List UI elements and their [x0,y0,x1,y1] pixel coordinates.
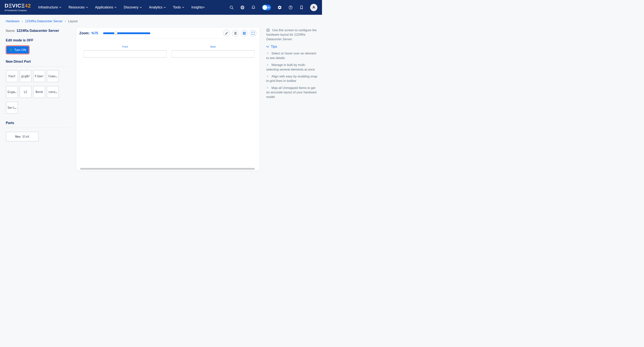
brand-wordmark: DΞVICΞ42 [4,3,31,8]
tip-item: Select or hover over an element to see d… [266,51,318,60]
grid-view-button[interactable] [241,30,248,36]
port-tile-giga[interactable]: Giga… [6,86,18,98]
edit-pencil-button[interactable] [223,30,230,36]
triangle-bullet-icon [266,75,268,77]
tip-item: Map all Unmapped Items to get an accurat… [266,86,318,99]
horizontal-scrollbar[interactable] [80,168,255,170]
help-icon[interactable] [288,5,293,10]
zoom-slider-track[interactable] [103,32,150,34]
back-panel-rect[interactable] [172,50,254,58]
port-tile-serial[interactable]: Seri… [6,102,18,114]
menu-discovery[interactable]: Discovery [124,5,142,10]
breadcrumb-separator: › [65,19,66,23]
layout-left-panel: Name:1224Ra Datacenter Server Edit mode … [6,28,71,142]
bookmark-icon[interactable] [299,5,304,10]
globe-icon[interactable] [240,5,245,10]
parts-heading: Parts [6,121,71,125]
canvas-body[interactable]: Front Back [76,39,260,170]
menu-insights[interactable]: Insights+ [191,5,205,10]
chevron-down-icon [266,46,269,48]
chevron-down-icon [114,7,116,8]
breadcrumb-device-link[interactable]: 1224Ra Datacenter Server [25,19,62,23]
breadcrumb-current: Layout [68,19,78,23]
front-panel-label: Front [84,46,166,48]
tips-section-toggle[interactable]: Tips [266,45,318,49]
fullscreen-icon [251,32,255,35]
delete-button[interactable] [232,30,239,36]
grid-icon [242,32,246,35]
port-tile-cons[interactable]: cons… [46,86,59,98]
search-icon[interactable] [229,5,234,10]
chevron-down-icon [86,7,88,8]
menu-applications[interactable]: Applications [95,5,116,10]
chevron-down-icon [164,7,166,8]
port-tile-bond[interactable]: Bond [33,86,46,98]
tip-item: Align with easy by enabling snap to grid… [266,74,318,83]
port-tile-coax[interactable]: Coax… [46,70,59,82]
port-tile-fast[interactable]: Fast [6,70,18,82]
brand-tagline: A Freshworks Company [4,10,31,12]
pencil-icon [225,32,228,35]
new-slot-tile[interactable]: New Slot [6,132,39,142]
menu-tools[interactable]: Tools [173,5,184,10]
layout-canvas-card: Zoom: %75 Front [76,28,260,170]
main-menu: Infrastructure Resources Applications Di… [38,5,205,10]
triangle-bullet-icon [266,64,268,66]
toggle-knob [262,5,267,10]
edit-mode-status: Edit mode is OFF [6,38,71,42]
triangle-bullet-icon [266,52,268,54]
menu-analytics[interactable]: Analytics [149,5,166,10]
theme-toggle[interactable] [262,4,271,10]
new-direct-port-heading: New Direct Port [6,60,71,64]
screen-intro-text: iUse this screen to configure the hardwa… [266,28,318,42]
settings-gear-icon[interactable] [277,5,282,10]
page-content: Name:1224Ra Datacenter Server Edit mode … [0,28,322,170]
name-label: Name: [6,29,15,32]
chevron-down-icon [182,7,184,8]
port-tile-gig0[interactable]: gig0/ [19,70,32,82]
zoom-label: Zoom: [79,31,90,35]
trash-icon [234,32,237,35]
tips-panel: iUse this screen to configure the hardwa… [266,28,318,99]
port-tile-fiber[interactable]: Fiber [33,70,46,82]
turn-on-button[interactable]: Turn ON [6,46,29,54]
canvas-toolbar: Zoom: %75 [79,28,256,39]
chevron-down-icon [59,7,61,8]
info-icon: i [266,28,270,32]
tip-item: Manage in bulk by multi-selecting severa… [266,63,318,72]
device-name-row: Name:1224Ra Datacenter Server [6,29,71,33]
breadcrumb: Hardware › 1224Ra Datacenter Server › La… [0,15,322,23]
power-icon [9,48,13,52]
fullscreen-button[interactable] [250,30,256,36]
sun-icon [267,6,270,9]
menu-resources[interactable]: Resources [68,5,88,10]
zoom-slider[interactable] [103,32,150,35]
notifications-bell-icon[interactable] [251,5,256,10]
nav-actions: A [229,4,318,11]
breadcrumb-separator: › [22,19,23,23]
breadcrumb-hardware-link[interactable]: Hardware [6,19,20,23]
zoom-slider-thumb[interactable] [114,32,118,35]
device42-logo[interactable]: DΞVICΞ42 A Freshworks Company [4,3,31,12]
direct-port-palette: Fast gig0/ Fiber Coax… Giga… LC Bond con… [6,70,71,114]
front-panel-rect[interactable] [84,50,166,58]
chevron-down-icon [140,7,142,8]
menu-infrastructure[interactable]: Infrastructure [38,5,61,10]
divider [6,66,68,66]
top-nav: DΞVICΞ42 A Freshworks Company Infrastruc… [0,0,322,15]
port-tile-lc[interactable]: LC [19,86,32,98]
triangle-bullet-icon [266,87,268,89]
zoom-value: %75 [91,31,98,35]
back-panel-label: Back [172,46,254,48]
user-avatar[interactable]: A [310,4,318,11]
device-name-value: 1224Ra Datacenter Server [16,29,59,32]
canvas-tool-buttons [223,30,256,36]
